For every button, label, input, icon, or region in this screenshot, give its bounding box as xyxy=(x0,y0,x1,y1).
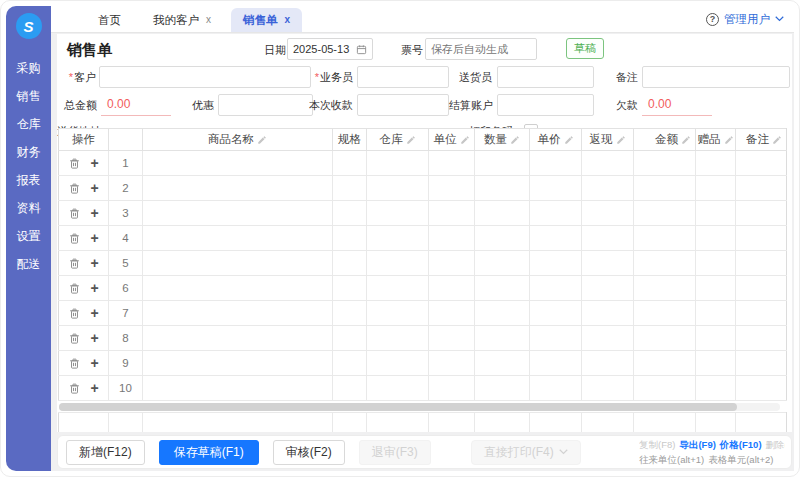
user-menu[interactable]: ? 管理用户 xyxy=(706,6,784,32)
cell-gift[interactable] xyxy=(696,251,736,276)
cell-spec[interactable] xyxy=(333,376,367,401)
cell-gift[interactable] xyxy=(696,301,736,326)
cell-amount[interactable] xyxy=(634,201,696,226)
sidebar-item-delivery[interactable]: 配送 xyxy=(6,250,51,278)
payment-input[interactable] xyxy=(357,94,449,116)
add-new-button[interactable]: 新增(F12) xyxy=(66,440,145,465)
sidebar-item-sales[interactable]: 销售 xyxy=(6,82,51,110)
cell-gift[interactable] xyxy=(696,176,736,201)
cell-warehouse[interactable] xyxy=(367,151,429,176)
cell-remark[interactable] xyxy=(736,251,787,276)
cell-remark[interactable] xyxy=(736,201,787,226)
cell-warehouse[interactable] xyxy=(367,251,429,276)
cell-cashback[interactable] xyxy=(582,151,634,176)
cell-cashback[interactable] xyxy=(582,351,634,376)
save-draft-button[interactable]: 保存草稿(F1) xyxy=(159,440,259,465)
cell-spec[interactable] xyxy=(333,301,367,326)
export-link[interactable]: 导出(F9) xyxy=(679,439,715,450)
cell-spec[interactable] xyxy=(333,276,367,301)
cell-quantity[interactable] xyxy=(475,351,530,376)
cell-remark[interactable] xyxy=(736,326,787,351)
copy-link[interactable]: 复制(F8) xyxy=(639,439,675,450)
trash-icon[interactable] xyxy=(68,357,81,370)
trash-icon[interactable] xyxy=(68,282,81,295)
cell-spec[interactable] xyxy=(333,151,367,176)
cell-warehouse[interactable] xyxy=(367,176,429,201)
tab-sales-order[interactable]: 销售单x xyxy=(231,8,302,32)
date-input[interactable] xyxy=(293,43,356,55)
cell-quantity[interactable] xyxy=(475,276,530,301)
cell-unit-price[interactable] xyxy=(530,276,582,301)
cell-spec[interactable] xyxy=(333,326,367,351)
cell-quantity[interactable] xyxy=(475,201,530,226)
add-row-icon[interactable]: + xyxy=(90,256,98,270)
cell-spec[interactable] xyxy=(333,201,367,226)
cell-amount[interactable] xyxy=(634,226,696,251)
cell-gift[interactable] xyxy=(696,276,736,301)
cell-product-name[interactable] xyxy=(143,326,333,351)
cell-product-name[interactable] xyxy=(143,301,333,326)
cell-remark[interactable] xyxy=(736,176,787,201)
customer-input[interactable] xyxy=(99,66,311,88)
app-logo[interactable]: S xyxy=(16,13,42,39)
sidebar-item-data[interactable]: 资料 xyxy=(6,194,51,222)
cell-quantity[interactable] xyxy=(475,151,530,176)
trash-icon[interactable] xyxy=(68,257,81,270)
cell-warehouse[interactable] xyxy=(367,276,429,301)
cell-cashback[interactable] xyxy=(582,226,634,251)
cell-amount[interactable] xyxy=(634,151,696,176)
trash-icon[interactable] xyxy=(68,157,81,170)
delete-link[interactable]: 删除(F11) xyxy=(766,439,785,450)
cell-unit-price[interactable] xyxy=(530,201,582,226)
cell-remark[interactable] xyxy=(736,151,787,176)
add-row-icon[interactable]: + xyxy=(90,381,98,395)
cell-unit[interactable] xyxy=(429,176,475,201)
salesman-input[interactable] xyxy=(357,66,449,88)
cell-amount[interactable] xyxy=(634,301,696,326)
cell-product-name[interactable] xyxy=(143,251,333,276)
cell-cashback[interactable] xyxy=(582,251,634,276)
calendar-icon[interactable] xyxy=(356,44,367,55)
sidebar-item-finance[interactable]: 财务 xyxy=(6,138,51,166)
discount-input[interactable] xyxy=(218,94,313,116)
cell-warehouse[interactable] xyxy=(367,226,429,251)
cell-gift[interactable] xyxy=(696,201,736,226)
add-row-icon[interactable]: + xyxy=(90,181,98,195)
cell-remark[interactable] xyxy=(736,276,787,301)
scrollbar-thumb[interactable] xyxy=(59,403,737,411)
cell-warehouse[interactable] xyxy=(367,326,429,351)
trash-icon[interactable] xyxy=(68,232,81,245)
sidebar-item-warehouse[interactable]: 仓库 xyxy=(6,110,51,138)
cell-gift[interactable] xyxy=(696,351,736,376)
cell-unit-price[interactable] xyxy=(530,176,582,201)
cell-cashback[interactable] xyxy=(582,301,634,326)
cell-unit[interactable] xyxy=(429,376,475,401)
sidebar-item-reports[interactable]: 报表 xyxy=(6,166,51,194)
ticket-input[interactable] xyxy=(431,43,531,55)
cell-product-name[interactable] xyxy=(143,276,333,301)
cell-quantity[interactable] xyxy=(475,326,530,351)
add-row-icon[interactable]: + xyxy=(90,306,98,320)
cell-unit[interactable] xyxy=(429,151,475,176)
date-field[interactable] xyxy=(287,38,373,60)
cell-gift[interactable] xyxy=(696,151,736,176)
cell-unit-price[interactable] xyxy=(530,251,582,276)
cell-quantity[interactable] xyxy=(475,251,530,276)
tab-home[interactable]: 首页 xyxy=(86,8,133,32)
cell-amount[interactable] xyxy=(634,376,696,401)
cell-product-name[interactable] xyxy=(143,176,333,201)
cell-spec[interactable] xyxy=(333,176,367,201)
remark-input[interactable] xyxy=(642,66,790,88)
add-row-icon[interactable]: + xyxy=(90,356,98,370)
add-row-icon[interactable]: + xyxy=(90,156,98,170)
cell-amount[interactable] xyxy=(634,251,696,276)
horizontal-scrollbar[interactable] xyxy=(59,403,780,411)
deliveryman-input[interactable] xyxy=(497,66,594,88)
trash-icon[interactable] xyxy=(68,382,81,395)
cell-warehouse[interactable] xyxy=(367,201,429,226)
trash-icon[interactable] xyxy=(68,182,81,195)
cell-unit-price[interactable] xyxy=(530,301,582,326)
ticket-field[interactable] xyxy=(425,38,537,60)
cell-unit[interactable] xyxy=(429,201,475,226)
cell-quantity[interactable] xyxy=(475,376,530,401)
